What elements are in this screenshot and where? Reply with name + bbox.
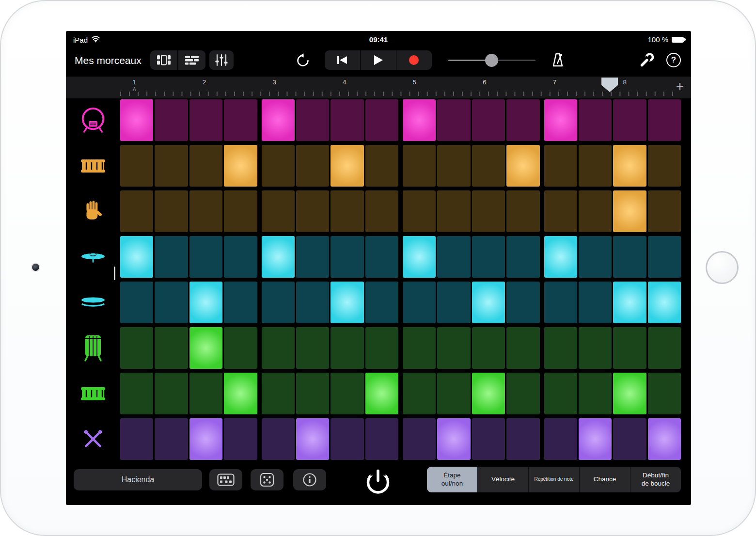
step-pad-open-hi-hat-12[interactable]	[506, 282, 539, 323]
volume-track-filled[interactable]	[448, 60, 487, 61]
step-pad-kick-drum-15[interactable]	[613, 99, 646, 141]
step-pad-closed-hi-hat-13[interactable]	[544, 236, 577, 278]
step-pad-clap-12[interactable]	[506, 190, 539, 232]
volume-knob[interactable]	[485, 54, 498, 67]
step-pad-open-hi-hat-8[interactable]	[365, 282, 398, 323]
open-hi-hat-cymbal-icon[interactable]	[66, 282, 120, 323]
step-pad-sticks-6[interactable]	[296, 418, 329, 460]
step-pad-open-hi-hat-3[interactable]	[189, 282, 222, 323]
step-pad-closed-hi-hat-10[interactable]	[437, 236, 470, 278]
step-pad-sticks-15[interactable]	[613, 418, 646, 460]
step-pad-floor-tom-8[interactable]	[365, 327, 398, 369]
step-pad-kick-drum-11[interactable]	[472, 99, 505, 141]
step-pad-kick-drum-4[interactable]	[224, 99, 257, 141]
metronome-icon[interactable]	[549, 51, 567, 69]
step-pad-closed-hi-hat-4[interactable]	[224, 236, 257, 278]
step-pad-low-snare-13[interactable]	[544, 373, 577, 414]
step-pad-floor-tom-15[interactable]	[613, 327, 646, 369]
step-pad-floor-tom-14[interactable]	[579, 327, 612, 369]
mode-segment-1[interactable]: Vélocité	[477, 467, 528, 492]
step-pad-closed-hi-hat-14[interactable]	[579, 236, 612, 278]
step-pad-floor-tom-12[interactable]	[506, 327, 539, 369]
step-pad-snare-drum-14[interactable]	[579, 145, 612, 187]
step-pad-sticks-14[interactable]	[579, 418, 612, 460]
step-pad-open-hi-hat-16[interactable]	[648, 282, 681, 323]
step-pad-kick-drum-2[interactable]	[155, 99, 188, 141]
step-pad-closed-hi-hat-9[interactable]	[403, 236, 436, 278]
record-icon[interactable]	[396, 50, 432, 70]
step-pad-low-snare-1[interactable]	[120, 373, 153, 414]
closed-hi-hat-cymbal-icon[interactable]	[66, 236, 120, 278]
step-pad-low-snare-6[interactable]	[296, 373, 329, 414]
step-pad-open-hi-hat-14[interactable]	[579, 282, 612, 323]
step-pad-snare-drum-10[interactable]	[437, 145, 470, 187]
step-pad-snare-drum-2[interactable]	[155, 145, 188, 187]
step-pad-kick-drum-9[interactable]	[403, 99, 436, 141]
step-pad-low-snare-3[interactable]	[189, 373, 222, 414]
step-pad-floor-tom-2[interactable]	[155, 327, 188, 369]
step-pad-snare-drum-16[interactable]	[648, 145, 681, 187]
step-pad-sticks-4[interactable]	[224, 418, 257, 460]
mode-segment-3[interactable]: Chance	[579, 467, 630, 492]
mode-segment-0[interactable]: Étape oui/non	[427, 467, 477, 492]
step-pad-sticks-8[interactable]	[365, 418, 398, 460]
step-pad-snare-drum-8[interactable]	[365, 145, 398, 187]
step-pad-snare-drum-1[interactable]	[120, 145, 153, 187]
step-pad-open-hi-hat-7[interactable]	[331, 282, 363, 323]
step-pad-closed-hi-hat-12[interactable]	[506, 236, 539, 278]
step-pad-open-hi-hat-1[interactable]	[120, 282, 153, 323]
step-pad-low-snare-2[interactable]	[155, 373, 188, 414]
step-pad-low-snare-9[interactable]	[403, 373, 436, 414]
pattern-name-button[interactable]: Hacienda	[74, 469, 202, 490]
step-pad-sticks-13[interactable]	[544, 418, 577, 460]
play-icon[interactable]	[361, 50, 396, 70]
settings-wrench-icon[interactable]	[638, 52, 654, 68]
step-pad-closed-hi-hat-2[interactable]	[155, 236, 188, 278]
step-pad-floor-tom-6[interactable]	[296, 327, 329, 369]
step-pad-open-hi-hat-11[interactable]	[472, 282, 505, 323]
step-pad-low-snare-8[interactable]	[365, 373, 398, 414]
step-pad-kick-drum-16[interactable]	[648, 99, 681, 141]
step-pad-kick-drum-14[interactable]	[579, 99, 612, 141]
step-pad-snare-drum-4[interactable]	[224, 145, 257, 187]
rewind-icon[interactable]	[325, 50, 360, 70]
step-pad-clap-6[interactable]	[296, 190, 329, 232]
step-pad-clap-11[interactable]	[472, 190, 505, 232]
step-pad-closed-hi-hat-16[interactable]	[648, 236, 681, 278]
step-pad-open-hi-hat-2[interactable]	[155, 282, 188, 323]
step-pad-sticks-1[interactable]	[120, 418, 153, 460]
volume-track-empty[interactable]	[493, 60, 536, 61]
add-section-icon[interactable]: +	[673, 78, 687, 95]
step-pad-open-hi-hat-10[interactable]	[437, 282, 470, 323]
floor-tom-icon[interactable]	[66, 327, 120, 369]
step-pad-clap-3[interactable]	[189, 190, 222, 232]
my-songs-button[interactable]: Mes morceaux	[75, 55, 142, 66]
undo-icon[interactable]	[295, 52, 311, 69]
track-controls-icon[interactable]	[209, 50, 234, 70]
step-pad-clap-15[interactable]	[613, 190, 646, 232]
step-pad-snare-drum-13[interactable]	[544, 145, 577, 187]
row-divider-handle[interactable]	[114, 267, 115, 280]
step-pad-sticks-7[interactable]	[331, 418, 363, 460]
live-loops-view-icon[interactable]	[150, 50, 177, 70]
kick-drum-icon[interactable]	[66, 99, 120, 141]
step-pad-floor-tom-7[interactable]	[331, 327, 363, 369]
step-pad-sticks-16[interactable]	[648, 418, 681, 460]
step-pad-sticks-5[interactable]	[262, 418, 295, 460]
step-pad-low-snare-7[interactable]	[331, 373, 363, 414]
step-pad-kick-drum-12[interactable]	[506, 99, 539, 141]
step-pad-kick-drum-7[interactable]	[331, 99, 363, 141]
step-pad-snare-drum-6[interactable]	[296, 145, 329, 187]
step-pad-snare-drum-11[interactable]	[472, 145, 505, 187]
step-pad-sticks-3[interactable]	[189, 418, 222, 460]
step-pad-sticks-9[interactable]	[403, 418, 436, 460]
step-pad-clap-14[interactable]	[579, 190, 612, 232]
step-pad-clap-1[interactable]	[120, 190, 153, 232]
snare-drum-icon[interactable]	[66, 145, 120, 187]
step-pad-closed-hi-hat-6[interactable]	[296, 236, 329, 278]
step-pad-sticks-10[interactable]	[437, 418, 470, 460]
playhead-marker[interactable]	[601, 78, 618, 92]
step-pad-floor-tom-3[interactable]	[189, 327, 222, 369]
step-pad-clap-9[interactable]	[403, 190, 436, 232]
step-pad-open-hi-hat-13[interactable]	[544, 282, 577, 323]
